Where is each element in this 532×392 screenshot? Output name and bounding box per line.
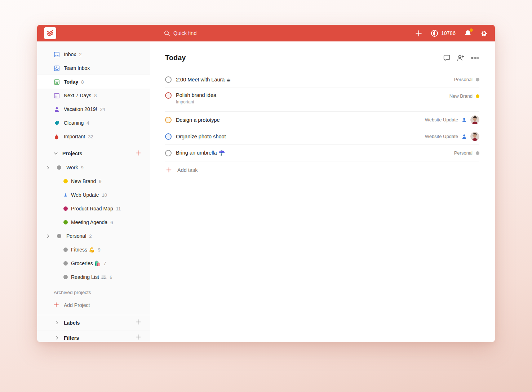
item-count: 2 <box>89 233 92 239</box>
item-count: 8 <box>94 93 97 98</box>
item-count: 9 <box>99 179 101 184</box>
project-label: Groceries 🛍️ <box>71 260 101 266</box>
assignee-avatar[interactable] <box>470 132 479 141</box>
todoist-checkmarks-icon <box>46 29 54 37</box>
sidebar-project-new-brand[interactable]: New Brand 9 <box>37 174 150 188</box>
sidebar-item-important[interactable]: Important 32 <box>37 130 150 143</box>
sidebar-project-web-update[interactable]: Web Update 10 <box>37 188 150 202</box>
sidebar-item-inbox[interactable]: Inbox 2 <box>37 48 150 61</box>
task-title[interactable]: Organize photo shoot <box>176 134 226 139</box>
topbar-actions: 10786 <box>415 30 488 37</box>
chevron-right-icon[interactable] <box>46 166 52 170</box>
item-count: 7 <box>103 261 106 266</box>
add-task-button[interactable]: Add task <box>165 161 479 173</box>
project-color-dot <box>56 234 63 238</box>
sidebar-item-cleaning[interactable]: Cleaning 4 <box>37 116 150 130</box>
task-checkbox-priority-2[interactable] <box>165 117 172 123</box>
sidebar-project-personal[interactable]: Personal 2 <box>37 229 150 243</box>
project-label: Personal <box>66 233 86 239</box>
task-checkbox-priority-1[interactable] <box>165 92 172 99</box>
notifications-button[interactable] <box>464 30 471 37</box>
item-count: 9 <box>81 165 83 170</box>
todoist-logo[interactable] <box>44 27 56 39</box>
karma-count: 10786 <box>441 30 456 36</box>
add-task-quick-button[interactable] <box>415 30 422 37</box>
app-window: Quick find 10786 <box>37 25 495 342</box>
task-label-tag[interactable]: Important <box>176 99 216 104</box>
sidebar-item-next-7-days[interactable]: Next 7 Days 8 <box>37 89 150 102</box>
karma-counter[interactable]: 10786 <box>431 30 456 37</box>
labels-section-header[interactable]: Labels <box>37 315 150 330</box>
projects-header-label: Projects <box>62 151 82 156</box>
add-project-button[interactable]: Add Project <box>37 298 150 312</box>
main-header: Today <box>150 41 495 69</box>
filters-section-header[interactable]: Filters <box>37 330 150 342</box>
person-icon <box>53 106 60 112</box>
task-checkbox[interactable] <box>165 150 172 156</box>
sidebar-project-reading-list[interactable]: Reading List 📖 6 <box>37 270 150 284</box>
item-count: 11 <box>116 206 121 211</box>
item-count: 32 <box>88 134 93 139</box>
task-row: Bring an umbrella ☂️ Personal <box>165 145 479 161</box>
sidebar-item-team-inbox[interactable]: Team Inbox <box>37 61 150 75</box>
svg-text:21: 21 <box>55 81 58 84</box>
labels-header-label: Labels <box>64 320 80 326</box>
search-input[interactable]: Quick find <box>164 30 196 36</box>
sidebar-project-product-road-map[interactable]: Product Road Map 11 <box>37 202 150 215</box>
project-color-dot <box>56 165 63 170</box>
task-title[interactable]: Bring an umbrella ☂️ <box>176 150 225 156</box>
archived-projects-link[interactable]: Archived projects <box>37 286 150 298</box>
sidebar-project-meeting-agenda[interactable]: Meeting Agenda 6 <box>37 215 150 229</box>
add-project-label: Add Project <box>64 302 90 308</box>
task-project-label[interactable]: Personal <box>454 77 473 82</box>
assignee-avatar[interactable] <box>470 115 479 124</box>
comments-button[interactable] <box>443 54 451 62</box>
task-checkbox-priority-3[interactable] <box>165 133 172 140</box>
more-options-button[interactable] <box>470 57 479 59</box>
task-list: 2:00 Meet with Laura ☕ Personal Polish b… <box>165 71 479 173</box>
item-count: 10 <box>102 192 107 198</box>
item-count: 6 <box>110 220 113 225</box>
task-project-label[interactable]: Website Update <box>425 134 458 139</box>
project-color-dot <box>63 248 68 252</box>
search-placeholder: Quick find <box>173 30 196 36</box>
today-calendar-icon: 21 <box>53 79 60 85</box>
droplet-icon <box>53 134 60 140</box>
project-label: New Brand <box>71 178 96 184</box>
sidebar-item-vacation-2019[interactable]: Vacation 2019! 24 <box>37 102 150 116</box>
karma-icon <box>431 30 438 37</box>
task-title[interactable]: 2:00 Meet with Laura ☕ <box>176 77 231 83</box>
sidebar-project-fitness[interactable]: Fitness 💪 9 <box>37 243 150 257</box>
task-row: Polish brand idea Important New Brand <box>165 88 479 112</box>
task-project-label[interactable]: Personal <box>454 150 473 156</box>
task-project-label[interactable]: Website Update <box>425 117 458 122</box>
filters-header-label: Filters <box>64 335 79 341</box>
share-person-plus-button[interactable] <box>456 54 465 62</box>
item-count: 24 <box>100 107 105 112</box>
sidebar-item-today[interactable]: 21 Today 8 <box>37 75 150 89</box>
project-color-dot <box>63 261 68 266</box>
project-color-dot <box>63 206 68 211</box>
sidebar-item-label: Inbox <box>64 52 76 57</box>
task-title[interactable]: Polish brand idea <box>176 92 216 98</box>
task-checkbox[interactable] <box>165 76 172 83</box>
chevron-right-icon[interactable] <box>46 234 52 238</box>
add-project-plus-button[interactable] <box>135 150 141 157</box>
sidebar-project-groceries[interactable]: Groceries 🛍️ 7 <box>37 257 150 270</box>
shared-project-person-icon <box>63 192 68 197</box>
project-color-dot <box>63 275 68 279</box>
main-content: Today 2:00 Meet with Laura ☕ <box>150 41 495 342</box>
add-label-button[interactable] <box>135 319 141 326</box>
topbar: Quick find 10786 <box>37 25 495 41</box>
projects-section-header[interactable]: Projects <box>37 146 150 161</box>
plus-icon <box>415 30 422 37</box>
settings-button[interactable] <box>480 30 488 37</box>
project-label: Work <box>66 165 78 170</box>
item-count: 4 <box>87 120 89 126</box>
task-title[interactable]: Design a prototype <box>176 117 220 123</box>
chevron-right-icon <box>55 320 59 326</box>
sidebar-project-work[interactable]: Work 9 <box>37 161 150 174</box>
add-filter-button[interactable] <box>135 334 141 342</box>
task-project-label[interactable]: New Brand <box>449 93 473 99</box>
sidebar-item-label: Today <box>64 79 78 85</box>
